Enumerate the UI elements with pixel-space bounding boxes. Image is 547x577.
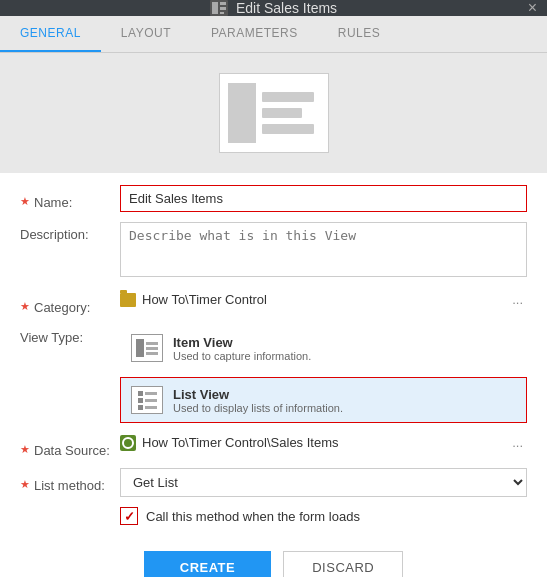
iv-line-2 xyxy=(146,347,158,350)
view-type-options: Item View Used to capture information. xyxy=(120,325,527,423)
list-method-row: ★ List method: Get List Get All Custom xyxy=(20,468,527,497)
list-view-info: List View Used to display lists of infor… xyxy=(173,387,343,414)
category-label: ★ Category: xyxy=(20,290,120,315)
name-row: ★ Name: xyxy=(20,185,527,212)
description-row: Description: xyxy=(20,222,527,280)
datasource-text: How To\Timer Control\Sales Items xyxy=(142,435,339,450)
item-view-info: Item View Used to capture information. xyxy=(173,335,311,362)
category-text: How To\Timer Control xyxy=(142,292,267,307)
view-option-list-view[interactable]: List View Used to display lists of infor… xyxy=(120,377,527,423)
description-label: Description: xyxy=(20,222,120,242)
name-required-star: ★ xyxy=(20,195,30,208)
category-required-star: ★ xyxy=(20,300,30,313)
datasource-row: ★ Data Source: How To\Timer Control\Sale… xyxy=(20,433,527,458)
list-method-required-star: ★ xyxy=(20,478,30,491)
title-bar-text: Edit Sales Items xyxy=(236,0,337,16)
lv-line-2 xyxy=(145,399,157,402)
lv-row-3 xyxy=(138,405,157,410)
folder-icon xyxy=(120,293,136,307)
preview-line-2 xyxy=(262,108,303,118)
iv-line-3 xyxy=(146,352,158,355)
main-container: Edit Sales Items × GENERAL LAYOUT PARAME… xyxy=(0,0,547,577)
category-row: ★ Category: How To\Timer Control ... xyxy=(20,290,527,315)
checkbox-checkmark: ✓ xyxy=(124,509,135,524)
tab-rules[interactable]: RULES xyxy=(318,16,401,52)
lv-sq-2 xyxy=(138,398,143,403)
iv-left-block xyxy=(136,339,144,357)
checkbox-label: Call this method when the form loads xyxy=(146,509,360,524)
list-view-icon xyxy=(131,386,163,414)
edit-sales-icon xyxy=(210,0,228,16)
preview-line-1 xyxy=(262,92,314,102)
item-view-icon xyxy=(131,334,163,362)
list-method-label: ★ List method: xyxy=(20,468,120,493)
name-field-wrapper xyxy=(120,185,527,212)
datasource-required-star: ★ xyxy=(20,443,30,456)
category-value-row: How To\Timer Control ... xyxy=(120,290,527,309)
lv-row-1 xyxy=(138,391,157,396)
discard-button[interactable]: DISCARD xyxy=(283,551,403,577)
tab-parameters[interactable]: PARAMETERS xyxy=(191,16,318,52)
view-option-item-view[interactable]: Item View Used to capture information. xyxy=(120,325,527,371)
lv-line-1 xyxy=(145,392,157,395)
lv-sq-1 xyxy=(138,391,143,396)
iv-right-lines xyxy=(146,339,158,357)
button-row: CREATE DISCARD xyxy=(0,537,547,577)
preview-area xyxy=(0,53,547,173)
checkbox-input[interactable]: ✓ xyxy=(120,507,138,525)
name-label: ★ Name: xyxy=(20,185,120,210)
item-view-desc: Used to capture information. xyxy=(173,350,311,362)
close-button[interactable]: × xyxy=(528,0,537,17)
view-type-row: View Type: xyxy=(20,325,527,423)
preview-right-panel xyxy=(262,92,320,134)
list-view-desc: Used to display lists of information. xyxy=(173,402,343,414)
form-area: ★ Name: Description: ★ Category: xyxy=(0,173,547,537)
lv-sq-3 xyxy=(138,405,143,410)
preview-box xyxy=(219,73,329,153)
preview-left-panel xyxy=(228,83,256,143)
datasource-label: ★ Data Source: xyxy=(20,433,120,458)
lv-line-3 xyxy=(145,406,157,409)
svg-rect-2 xyxy=(220,2,226,5)
list-method-field-wrapper: Get List Get All Custom xyxy=(120,468,527,497)
list-method-select[interactable]: Get List Get All Custom xyxy=(120,468,527,497)
iv-line-1 xyxy=(146,342,158,345)
svg-rect-3 xyxy=(220,7,226,10)
item-view-title: Item View xyxy=(173,335,311,350)
datasource-icon xyxy=(120,435,136,451)
description-field-wrapper xyxy=(120,222,527,280)
tabs-bar: GENERAL LAYOUT PARAMETERS RULES xyxy=(0,16,547,53)
category-ellipsis-button[interactable]: ... xyxy=(508,290,527,309)
tab-layout[interactable]: LAYOUT xyxy=(101,16,191,52)
name-input[interactable] xyxy=(120,185,527,212)
tab-general[interactable]: GENERAL xyxy=(0,16,101,52)
lv-row-2 xyxy=(138,398,157,403)
checkbox-row: ✓ Call this method when the form loads xyxy=(120,507,527,525)
datasource-ellipsis-button[interactable]: ... xyxy=(508,433,527,452)
datasource-value-row: How To\Timer Control\Sales Items ... xyxy=(120,433,527,452)
preview-line-3 xyxy=(262,124,314,134)
svg-rect-4 xyxy=(220,12,224,14)
description-input[interactable] xyxy=(120,222,527,277)
title-bar: Edit Sales Items × xyxy=(0,0,547,16)
view-type-label: View Type: xyxy=(20,325,120,345)
create-button[interactable]: CREATE xyxy=(144,551,271,577)
list-view-title: List View xyxy=(173,387,343,402)
svg-rect-1 xyxy=(212,2,218,14)
